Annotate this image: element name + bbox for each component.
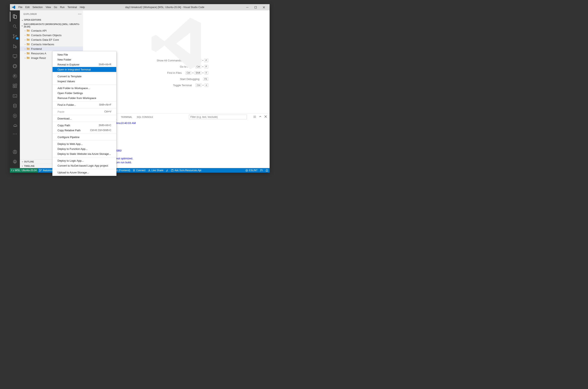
workspace-section[interactable]: ⌄DAY2-BREAKOUT2 (WORKSPACE) [WSL: UBUNTU…: [20, 23, 83, 28]
context-menu-label: Convert to NuGet-based Logic App project: [58, 164, 108, 167]
context-menu-item[interactable]: Deploy to Function App...: [53, 146, 116, 151]
tree-label: Contacts Interfaces: [31, 43, 54, 46]
activity-azure[interactable]: [10, 121, 20, 131]
maximize-button[interactable]: [251, 4, 260, 10]
context-menu-item[interactable]: New File: [53, 52, 116, 57]
panel-tab[interactable]: TERMINAL: [120, 116, 133, 118]
status-project[interactable]: Adc.Scm.Resources.Api: [170, 168, 202, 173]
activity-source-control[interactable]: 5: [10, 32, 20, 41]
context-menu-item[interactable]: Configure Pipeline: [53, 134, 116, 139]
status-azure-signin[interactable]: [164, 168, 170, 173]
context-menu-item[interactable]: Add Folder to Workspace...: [53, 86, 116, 91]
context-menu-item[interactable]: Copy PathShift+Alt+C: [53, 123, 116, 128]
context-menu-item[interactable]: Convert to NuGet-based Logic App project: [53, 163, 116, 168]
context-menu-item[interactable]: Upload to Azure Storage...: [53, 170, 116, 175]
context-menu-item[interactable]: Remove Folder from Workspace: [53, 96, 116, 100]
panel-collapse-icon[interactable]: [259, 115, 262, 119]
context-menu-label: Open Folder Settings: [58, 92, 83, 95]
svg-rect-6: [13, 55, 17, 57]
keycap: ö: [205, 84, 208, 87]
panel-settings-icon[interactable]: [253, 115, 256, 119]
context-menu-item[interactable]: Copy Relative PathCtrl+K Ctrl+Shift+C: [53, 128, 116, 133]
welcome-command-row: Find in FilesCtrl+Shift+F: [144, 71, 208, 74]
welcome-command-row: Start DebuggingF5: [144, 77, 208, 81]
keycap: P: [204, 65, 208, 68]
debug-filter-input[interactable]: [189, 115, 247, 119]
welcome-command-keys: Ctrl+Shift+F: [185, 71, 208, 74]
keycap: Ctrl: [185, 71, 191, 74]
activity-accounts[interactable]: [10, 147, 20, 157]
activity-github[interactable]: [10, 61, 20, 71]
status-remote[interactable]: WSL: Ubuntu-20.04: [10, 168, 38, 173]
status-connect[interactable]: Connect: [131, 168, 147, 173]
activity-run-debug[interactable]: [10, 41, 20, 51]
context-menu-item[interactable]: New Folder: [53, 57, 116, 62]
context-menu-item[interactable]: Open in Integrated Terminal: [53, 67, 116, 72]
svg-point-24: [81, 14, 81, 14]
context-menu-item[interactable]: Download...: [53, 116, 116, 121]
menu-file[interactable]: File: [17, 5, 24, 9]
open-editors-section[interactable]: ⌄OPEN EDITORS: [20, 18, 83, 22]
context-menu-item[interactable]: Open Folder Settings: [53, 91, 116, 96]
context-menu-label: Deploy to Web App...: [58, 142, 83, 146]
activity-extensions[interactable]: [10, 81, 20, 91]
activity-terminal-panel[interactable]: [10, 91, 20, 101]
status-liveshare[interactable]: Live Share: [147, 168, 164, 173]
menu-edit[interactable]: Edit: [24, 5, 31, 9]
tree-folder[interactable]: ›Contacts Interfaces: [20, 42, 83, 46]
context-menu-item[interactable]: Deploy to Static Website via Azure Stora…: [53, 151, 116, 156]
activity-more[interactable]: [10, 131, 20, 137]
context-menu-item[interactable]: Deploy to Web App...: [53, 141, 116, 146]
tree-folder[interactable]: ›Contacts API: [20, 28, 83, 33]
activity-settings[interactable]: [10, 157, 20, 167]
activity-explorer[interactable]: [10, 12, 20, 22]
status-bell-icon[interactable]: [264, 168, 270, 173]
keycap: F: [204, 71, 208, 74]
tree-folder[interactable]: ›Frontend: [20, 46, 83, 51]
tree-folder[interactable]: ›Contacts Domain Objects: [20, 33, 83, 37]
vscode-logo-icon: [12, 5, 15, 9]
context-menu-item[interactable]: Find in Folder...Shift+Alt+F: [53, 102, 116, 107]
menu-selection[interactable]: Selection: [31, 5, 44, 9]
context-menu-item[interactable]: Deploy to Logic App...: [53, 158, 116, 163]
tree-folder[interactable]: ›Contacts Data EF Core: [20, 37, 83, 42]
welcome-command-keys: Ctrl+ö: [195, 84, 208, 87]
menu-run[interactable]: Run: [59, 5, 66, 9]
welcome-command-row: Toggle TerminalCtrl+ö: [144, 84, 208, 87]
folder-icon: [27, 43, 30, 46]
close-button[interactable]: [260, 4, 268, 10]
panel-tab[interactable]: SQL CONSOLE: [136, 116, 153, 118]
activity-bar: 5: [10, 10, 20, 168]
context-menu-separator: [53, 157, 116, 157]
menu-view[interactable]: View: [44, 5, 52, 9]
menu-help[interactable]: Help: [78, 5, 86, 9]
menu-terminal[interactable]: Terminal: [66, 5, 78, 9]
svg-rect-12: [15, 84, 17, 85]
activity-docker[interactable]: [10, 71, 20, 81]
svg-point-4: [16, 35, 17, 36]
context-menu-separator: [53, 73, 116, 73]
activity-search[interactable]: [10, 22, 20, 32]
panel-close-icon[interactable]: [264, 115, 267, 119]
context-menu-shortcut: Shift+Alt+R: [99, 63, 111, 66]
activity-remote-explorer[interactable]: [10, 51, 20, 61]
context-menu-item[interactable]: Convert to Template: [53, 74, 116, 79]
svg-rect-0: [255, 6, 257, 8]
status-feedback-icon[interactable]: [259, 168, 264, 173]
context-menu-item[interactable]: Inspect Values: [53, 79, 116, 84]
status-eslint[interactable]: ESLINT: [244, 168, 259, 173]
welcome-command-label: Start Debugging: [162, 77, 199, 81]
activity-database[interactable]: [10, 101, 20, 111]
context-menu-item[interactable]: Reveal in ExplorerShift+Alt+R: [53, 62, 116, 67]
activity-kubernetes[interactable]: [10, 111, 20, 121]
titlebar: FileEditSelectionViewGoRunTerminalHelp d…: [10, 4, 270, 10]
context-menu-shortcut: Ctrl+K Ctrl+Shift+C: [90, 129, 111, 132]
context-menu-label: New Folder: [58, 58, 71, 61]
svg-point-22: [78, 14, 79, 14]
minimize-button[interactable]: [243, 4, 251, 10]
folder-icon: [27, 47, 30, 50]
menu-go[interactable]: Go: [52, 5, 59, 9]
context-menu-label: Inspect Values: [58, 80, 75, 83]
sidebar-more-icon[interactable]: [78, 14, 81, 14]
tree-label: Frontend: [31, 47, 42, 50]
